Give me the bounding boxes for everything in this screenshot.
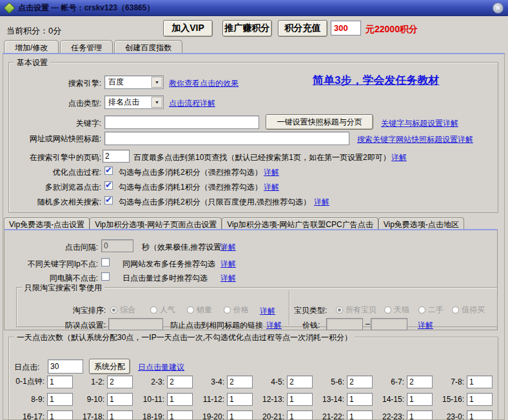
hour-click-input[interactable]: [467, 410, 493, 420]
daily-clicks-input[interactable]: [48, 359, 83, 374]
diff-keyword-detail-link[interactable]: 详解: [220, 259, 236, 270]
url-title-input[interactable]: [104, 132, 349, 145]
hour-click-input[interactable]: [407, 393, 433, 406]
hour-click-input[interactable]: [47, 393, 73, 406]
hour-click-input[interactable]: [347, 393, 373, 406]
hour-click-input[interactable]: [107, 393, 133, 406]
join-vip-button[interactable]: 加入VIP: [163, 20, 213, 37]
hour-click-input[interactable]: [47, 410, 73, 420]
radio-sort-jiage-label: 价格: [233, 305, 249, 315]
hour-range-label: 14-15:: [382, 395, 404, 404]
chevron-down-icon[interactable]: ▼: [151, 97, 162, 108]
hour-cell: 20-21:: [253, 410, 313, 420]
radio-type-worthbuy: 值得买: [452, 305, 485, 315]
hour-click-input[interactable]: [347, 375, 373, 388]
hour-click-input[interactable]: [347, 410, 373, 420]
hour-cell: 15-16:: [433, 392, 493, 406]
related-search-label: 随机多次相关搜索:: [9, 197, 101, 208]
optimize-label: 优化点击过程:: [9, 167, 101, 178]
radio-sort-renqi: 人气: [150, 305, 175, 315]
chevron-down-icon[interactable]: ▼: [151, 77, 162, 88]
vip-tab-cpc-ads[interactable]: Vip加积分选项-网站广告联盟CPC广告点击: [222, 217, 378, 229]
hour-click-input[interactable]: [227, 375, 253, 388]
hour-click-input[interactable]: [287, 393, 313, 406]
mistake-detail-link[interactable]: 详解: [266, 320, 282, 331]
related-search-checkbox[interactable]: [104, 196, 113, 205]
hour-click-input[interactable]: [407, 410, 433, 420]
taobao-sort-detail-link[interactable]: 详解: [260, 306, 275, 317]
system-assign-button[interactable]: 系统分配: [89, 359, 130, 374]
vip-tab-subpage-click[interactable]: Vip加积分选项-网站子页面点击设置: [90, 217, 222, 229]
recharge-rate-note: 元22000积分: [366, 24, 418, 35]
keyword-input[interactable]: [104, 115, 259, 129]
tab-task-manage[interactable]: 任务管理: [60, 40, 113, 53]
daily-suggest-link[interactable]: 日点击量建议: [138, 362, 184, 373]
radio-sort-zonghe-label: 综合: [120, 305, 135, 315]
url-snapshot-detail-link[interactable]: 搜索关键字网站快照标题设置详解: [357, 134, 473, 145]
keyword-title-detail-link[interactable]: 关键字与标题设置详解: [381, 118, 458, 129]
promote-earn-button[interactable]: 推广赚积分: [222, 20, 272, 37]
optimize-detail-link[interactable]: 详解: [264, 167, 279, 178]
hour-click-input[interactable]: [107, 410, 133, 420]
diff-keyword-checkbox[interactable]: [101, 258, 110, 266]
search-engine-select[interactable]: 百度 ▼: [104, 75, 164, 89]
hour-cell: 14-15:: [373, 392, 433, 406]
hour-range-label: 9-10:: [87, 395, 104, 404]
related-search-detail-link[interactable]: 详解: [314, 197, 329, 208]
snapshot-title-button[interactable]: 一键设置快照标题与分页: [266, 114, 373, 130]
current-points-label: 当前积分：0分: [6, 25, 61, 37]
hour-click-input[interactable]: [107, 375, 133, 388]
interval-detail-link[interactable]: 详解: [220, 242, 236, 253]
hour-cell: 13-14:: [313, 392, 373, 406]
browsers-detail-link[interactable]: 详解: [264, 182, 279, 193]
hour-cell: 9-10:: [73, 392, 133, 406]
hour-range-label: 4-5:: [271, 377, 284, 386]
app-icon: [3, 2, 15, 14]
hour-click-input[interactable]: [287, 410, 313, 420]
browsers-checkbox[interactable]: [104, 181, 113, 190]
click-type-select[interactable]: 排名点击 ▼: [104, 95, 164, 109]
recharge-button[interactable]: 积分充值: [278, 20, 327, 37]
diff-keyword-label: 不同关键字同Ip不点:: [5, 259, 98, 270]
page-number-input[interactable]: [103, 150, 130, 163]
radio-dot-icon: [418, 306, 425, 314]
hour-click-input[interactable]: [167, 393, 193, 406]
same-pc-checkbox[interactable]: [101, 272, 110, 281]
radio-dot-icon: [150, 306, 157, 314]
hour-click-input[interactable]: [407, 375, 433, 388]
close-icon[interactable]: ✕: [493, 3, 503, 14]
vip-tab-click-settings[interactable]: Vip免费选项-点击设置: [4, 217, 90, 229]
hour-click-input[interactable]: [227, 393, 253, 406]
hour-cell: 11-12:: [193, 392, 253, 406]
hour-click-input[interactable]: [47, 375, 73, 388]
hour-cell: 7-8:: [433, 375, 493, 388]
tab-baidu-index[interactable]: 创建百度指数: [114, 40, 182, 53]
hour-cell: 0-1点钟:: [13, 375, 73, 388]
vip-tab-click-region[interactable]: Vip免费选项-点击地区: [378, 217, 464, 229]
hour-cell: 17-18:: [73, 410, 133, 420]
interval-label: 点击间隔:: [5, 242, 98, 253]
view-effect-link[interactable]: 教你查看点击的效果: [169, 78, 239, 89]
click-flow-link[interactable]: 点击流程详解: [169, 98, 215, 109]
hour-range-label: 11-12:: [203, 395, 224, 404]
hour-click-input[interactable]: [287, 375, 313, 388]
radio-type-all-label: 所有宝贝: [346, 305, 376, 315]
hour-cell: 18-19:: [133, 410, 193, 420]
hour-click-input[interactable]: [227, 410, 253, 420]
same-pc-detail-link[interactable]: 详解: [220, 273, 236, 284]
hour-click-input[interactable]: [167, 375, 193, 388]
hour-click-input[interactable]: [467, 393, 493, 406]
hour-range-label: 5-6:: [331, 377, 344, 386]
recharge-amount-input[interactable]: [331, 21, 361, 35]
price-detail-link[interactable]: 详解: [418, 320, 433, 331]
optimize-checkbox[interactable]: [104, 166, 113, 175]
tutorial-link[interactable]: 简单3步，学会发任务教材: [313, 73, 439, 88]
tab-add-modify[interactable]: 增加/修改: [4, 40, 59, 53]
hour-cell: 5-6:: [313, 375, 373, 388]
hour-cell: 3-4:: [193, 375, 253, 388]
search-engine-value: 百度: [105, 77, 151, 88]
item-type-label: 宝贝类型:: [294, 305, 327, 316]
page-number-detail-link[interactable]: 详解: [391, 152, 407, 163]
hour-click-input[interactable]: [467, 375, 493, 388]
hour-click-input[interactable]: [167, 410, 193, 420]
